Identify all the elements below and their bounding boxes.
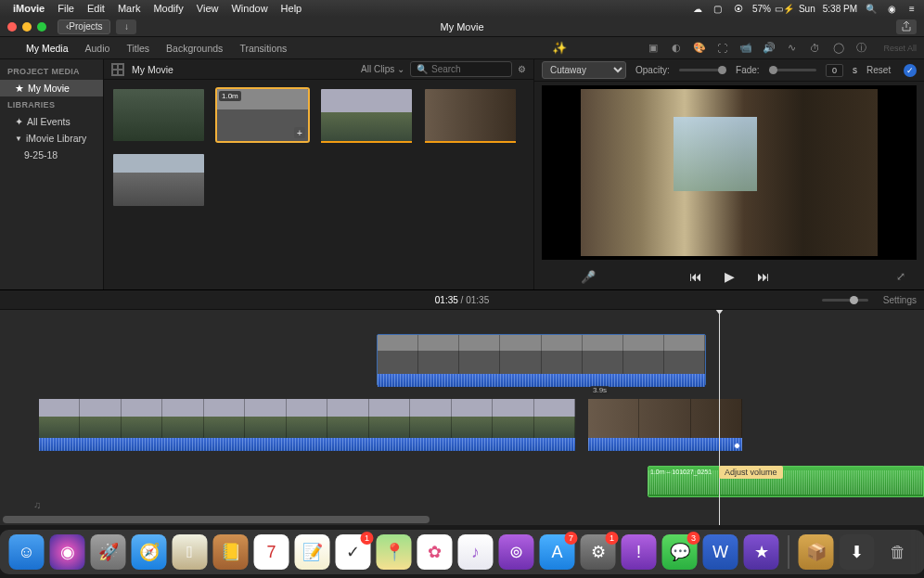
clip-thumbnail[interactable] xyxy=(425,89,516,141)
dock-app-messages[interactable]: 💬3 xyxy=(662,534,698,570)
clip-filter-dropdown[interactable]: All Clips ⌄ xyxy=(361,64,404,74)
wifi-icon[interactable]: ⦿ xyxy=(732,4,745,14)
clip-thumbnail[interactable] xyxy=(113,89,204,141)
dock-app-mail[interactable]: 🊾 xyxy=(173,534,208,570)
overlay-video-clip[interactable] xyxy=(377,334,706,386)
playhead[interactable] xyxy=(719,310,720,525)
clock-time[interactable]: 5:38 PM xyxy=(823,4,857,14)
dock-app-itunes[interactable]: ♪ xyxy=(458,534,494,570)
dock-app-contacts[interactable]: 📒 xyxy=(213,534,249,570)
tab-titles[interactable]: Titles xyxy=(126,43,149,54)
menu-help[interactable]: Help xyxy=(281,3,302,14)
cloud-icon[interactable]: ☁ xyxy=(691,4,704,14)
airplay-icon[interactable]: ▢ xyxy=(712,4,725,14)
play-button[interactable]: ▶ xyxy=(725,269,735,284)
reset-button[interactable]: Reset xyxy=(866,65,891,75)
dock-app-feedback[interactable]: ! xyxy=(622,534,657,570)
opacity-slider[interactable] xyxy=(679,69,726,71)
reset-all-button[interactable]: Reset All xyxy=(883,44,917,53)
notification-center-icon[interactable]: ≡ xyxy=(905,4,918,14)
fullscreen-window-button[interactable] xyxy=(37,22,46,32)
dock-app-reminders[interactable]: ✓1 xyxy=(336,534,371,570)
dock-app-photos[interactable]: ✿ xyxy=(417,534,453,570)
info-icon[interactable]: ⓘ xyxy=(854,41,868,55)
clip-thumbnail-selected[interactable]: 1.0m + xyxy=(217,89,308,141)
timeline-settings-button[interactable]: Settings xyxy=(883,295,917,305)
clip-fade-handle[interactable] xyxy=(734,443,740,449)
dock-app-appstore[interactable]: A7 xyxy=(540,534,575,570)
window-controls xyxy=(0,22,46,32)
menu-window[interactable]: Window xyxy=(231,3,267,14)
share-button[interactable] xyxy=(896,19,917,34)
browser-settings-icon[interactable]: ⚙ xyxy=(518,64,526,74)
crop-icon[interactable]: ⛶ xyxy=(715,41,729,55)
minimize-window-button[interactable] xyxy=(22,22,32,32)
fade-value-field[interactable]: 0 xyxy=(826,64,843,77)
tab-transitions[interactable]: Transitions xyxy=(239,43,287,54)
dock-app-package[interactable]: 📦 xyxy=(799,534,834,570)
clip-thumbnail[interactable] xyxy=(113,154,204,206)
sidebar-imovie-library[interactable]: ▼ iMovie Library xyxy=(0,130,103,147)
tab-audio[interactable]: Audio xyxy=(85,43,110,54)
window-toolbar: ‹ Projects ↓ My Movie xyxy=(0,17,924,37)
prev-button[interactable]: ⏮ xyxy=(689,269,702,284)
noise-eq-icon[interactable]: ∿ xyxy=(785,41,799,55)
clip-thumbnail[interactable] xyxy=(321,89,412,141)
main-video-clip-1[interactable] xyxy=(39,399,575,451)
back-to-projects-button[interactable]: ‹ Projects xyxy=(58,19,110,34)
menu-edit[interactable]: Edit xyxy=(87,3,105,14)
color-balance-icon[interactable]: ◐ xyxy=(669,41,683,55)
fade-slider[interactable] xyxy=(769,69,816,71)
filter-icon[interactable]: ◯ xyxy=(831,41,845,55)
fullscreen-icon[interactable]: ⤢ xyxy=(896,270,905,283)
dock-app-launchpad[interactable]: 🚀 xyxy=(91,534,126,570)
search-input[interactable] xyxy=(431,64,506,74)
apply-check-icon[interactable]: ✓ xyxy=(904,64,917,77)
overlay-mode-dropdown[interactable]: Cutaway xyxy=(542,61,626,79)
sidebar-toggle-icon[interactable] xyxy=(111,63,124,76)
dock-app-imovie[interactable]: ★ xyxy=(744,534,779,570)
battery-icon[interactable]: ▭⚡ xyxy=(778,4,791,14)
menu-mark[interactable]: Mark xyxy=(118,3,140,14)
dock-app-trash[interactable]: 🗑 xyxy=(880,534,916,570)
color-correction-icon[interactable]: 🎨 xyxy=(692,41,706,55)
dock-app-finder[interactable]: ☺ xyxy=(9,534,45,570)
voiceover-mic-icon[interactable]: 🎤 xyxy=(581,270,596,284)
sidebar-event-item[interactable]: 9-25-18 xyxy=(0,147,103,163)
menu-app[interactable]: iMovie xyxy=(13,3,45,14)
next-button[interactable]: ⏭ xyxy=(757,269,770,284)
dock-app-settings[interactable]: ⚙1 xyxy=(581,534,616,570)
tab-my-media[interactable]: My Media xyxy=(26,43,69,54)
timeline[interactable]: 3.9s 1.0m – 101027_0251 Adjust volume ♫ xyxy=(0,310,924,525)
background-music-clip[interactable]: 1.0m – 101027_0251 xyxy=(648,466,924,497)
overlay-controls: Cutaway Opacity: Fade: 0 s Reset ✓ xyxy=(534,59,924,82)
zoom-slider[interactable] xyxy=(822,299,868,302)
dock-app-notes[interactable]: 📝 xyxy=(295,534,330,570)
dock-app-calendar[interactable]: 7 xyxy=(254,534,289,570)
dock-app-downloads[interactable]: ⬇ xyxy=(840,534,875,570)
siri-menubar-icon[interactable]: ◉ xyxy=(885,4,898,14)
dock-app-safari[interactable]: 🧭 xyxy=(132,534,167,570)
spotlight-icon[interactable]: 🔍 xyxy=(865,4,878,14)
dock-app-podcasts[interactable]: ⊚ xyxy=(499,534,534,570)
search-field[interactable]: 🔍 xyxy=(410,61,512,77)
import-button[interactable]: ↓ xyxy=(116,19,136,34)
sidebar-project-item[interactable]: ★ My Movie xyxy=(0,80,103,96)
stabilization-icon[interactable]: 📹 xyxy=(738,41,752,55)
enhance-wand-icon[interactable]: ✨ xyxy=(552,41,567,55)
overlay-tool-icon[interactable]: ▣ xyxy=(646,41,660,55)
timeline-scrollbar[interactable] xyxy=(3,516,430,523)
close-window-button[interactable] xyxy=(7,22,17,32)
dock-app-maps[interactable]: 📍 xyxy=(377,534,412,570)
speed-icon[interactable]: ⏱ xyxy=(808,41,822,55)
dock-app-word[interactable]: W xyxy=(703,534,738,570)
tab-backgrounds[interactable]: Backgrounds xyxy=(166,43,223,54)
dock-app-siri[interactable]: ◉ xyxy=(50,534,85,570)
sidebar-all-events[interactable]: ✦ All Events xyxy=(0,113,103,130)
menu-file[interactable]: File xyxy=(58,3,74,14)
video-preview[interactable] xyxy=(542,85,917,260)
menu-modify[interactable]: Modify xyxy=(153,3,183,14)
volume-icon[interactable]: 🔊 xyxy=(762,41,776,55)
add-clip-icon[interactable]: + xyxy=(294,127,305,138)
menu-view[interactable]: View xyxy=(197,3,219,14)
